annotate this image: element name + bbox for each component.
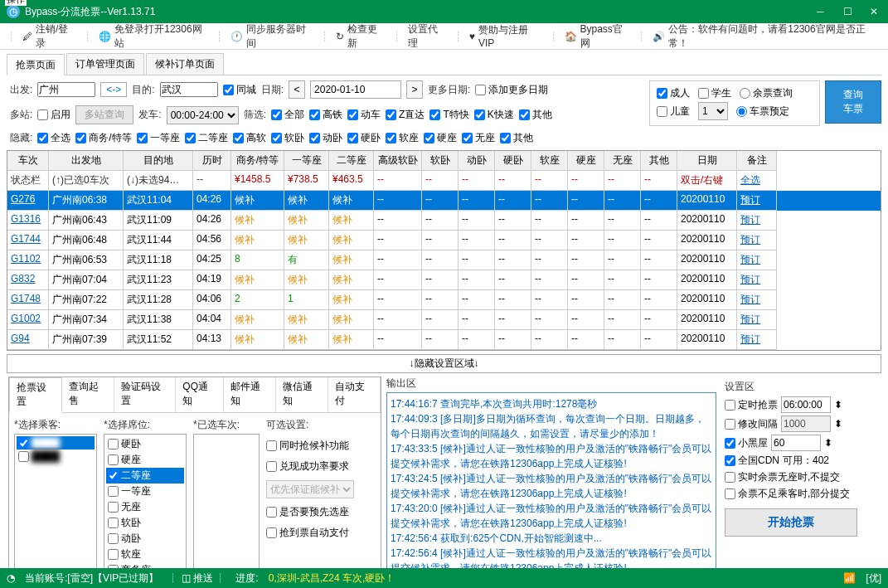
enable-checkbox[interactable]: 启用: [37, 108, 70, 122]
tab-orders[interactable]: 订单管理页面: [66, 53, 144, 75]
seat-item[interactable]: 软卧: [106, 515, 184, 531]
query-tickets-button[interactable]: 查询车票: [825, 80, 881, 124]
seat-item[interactable]: 硬座: [106, 452, 184, 468]
maximize-icon[interactable]: ☐: [843, 6, 855, 17]
selected-trains-list[interactable]: [193, 434, 260, 588]
table-header[interactable]: 硬座: [568, 151, 604, 171]
bottom-tab[interactable]: 验证码设置: [114, 377, 176, 412]
hide-yw[interactable]: 硬卧: [347, 131, 381, 145]
opt-autopay[interactable]: 抢到票自动支付: [266, 526, 354, 540]
time-range-select[interactable]: 00:00-24:00: [167, 106, 239, 124]
table-header[interactable]: 无座: [604, 151, 641, 171]
blackroom-checkbox[interactable]: 小黑屋: [725, 436, 768, 450]
official-button[interactable]: 🏠 Bypass官网: [561, 21, 634, 52]
passenger-item[interactable]: ████: [17, 436, 95, 450]
seat-item[interactable]: 二等座: [106, 468, 184, 484]
blackroom-input[interactable]: [771, 435, 821, 451]
hide-rz[interactable]: 软座: [386, 131, 419, 145]
hide-yz[interactable]: 硬座: [424, 131, 457, 145]
open-12306-button[interactable]: 🌐 免登录打开12306网站: [95, 21, 211, 52]
child-checkbox[interactable]: 儿童: [657, 104, 690, 119]
bottom-tab[interactable]: QQ通知: [176, 377, 224, 412]
bottom-tab[interactable]: 微信通知: [276, 377, 328, 412]
adult-checkbox[interactable]: 成人: [657, 86, 690, 100]
seat-item[interactable]: 软座: [106, 547, 184, 562]
from-input[interactable]: [37, 82, 95, 97]
filter-dongche[interactable]: 动车: [347, 108, 381, 122]
bottom-tab[interactable]: 邮件通知: [224, 377, 276, 412]
table-row[interactable]: G1748广州南07:22武汉11:2804:0621候补-----------…: [7, 290, 881, 310]
table-header[interactable]: 目的地: [124, 151, 193, 171]
table-header[interactable]: 出发地: [49, 151, 124, 171]
passenger-item[interactable]: ████: [17, 450, 95, 463]
date-input[interactable]: [310, 80, 401, 99]
student-checkbox[interactable]: 学生: [698, 86, 731, 100]
table-header[interactable]: 硬卧: [495, 151, 531, 171]
check-update-button[interactable]: ↻ 检查更新: [332, 21, 389, 52]
filter-other[interactable]: 其他: [519, 108, 552, 122]
filter-gaotie[interactable]: 高铁: [309, 108, 342, 122]
cdn-checkbox[interactable]: 全国CDN: [725, 454, 779, 468]
tab-grab[interactable]: 抢票页面: [7, 54, 65, 75]
filter-t[interactable]: T特快: [429, 108, 468, 122]
seat-item[interactable]: 一等座: [106, 484, 184, 499]
push-label[interactable]: 推送: [193, 572, 213, 584]
table-header[interactable]: 日期: [677, 151, 737, 171]
swap-button[interactable]: <->: [100, 82, 127, 97]
table-row[interactable]: G832广州南07:04武汉11:2304:19候补候补候补----------…: [7, 270, 881, 290]
hide-ed[interactable]: 二等座: [185, 131, 228, 145]
opt-cg[interactable]: 兑现成功率要求: [266, 459, 354, 474]
table-header[interactable]: 一等座: [284, 151, 329, 171]
hide-settings-toggle[interactable]: ↓隐藏设置区域↓: [7, 354, 881, 373]
insufficient-checkbox[interactable]: 余票不足乘客时,部分提交: [725, 487, 850, 501]
seat-item[interactable]: 硬卧: [106, 436, 184, 452]
bottom-tab[interactable]: 查询起售: [62, 377, 114, 412]
table-row[interactable]: G276广州南06:38武汉11:0404:26候补候补候补----------…: [7, 191, 881, 211]
passenger-list[interactable]: ████████: [14, 434, 97, 588]
table-header[interactable]: 商务/特等: [231, 151, 284, 171]
seat-list[interactable]: 硬卧硬座二等座一等座无座软卧动卧软座商务座特等座: [104, 434, 187, 588]
filter-all[interactable]: 全部: [271, 108, 304, 122]
table-header[interactable]: 车次: [7, 151, 49, 171]
login-button[interactable]: 🖉 注销/登录: [19, 21, 80, 52]
opt-hb[interactable]: 同时抢候补功能: [266, 439, 354, 453]
table-row[interactable]: G94广州南07:39武汉11:5204:13候补候补候补-----------…: [7, 330, 881, 350]
to-input[interactable]: [160, 82, 218, 97]
table-row[interactable]: G1002广州南07:34武汉11:3804:04候补候补候补---------…: [7, 310, 881, 330]
multi-query-button[interactable]: 多站查询: [75, 105, 133, 124]
hide-qt[interactable]: 其他: [500, 131, 533, 145]
hide-dw[interactable]: 动卧: [309, 131, 342, 145]
vip-button[interactable]: ♥ 赞助与注册VIP: [466, 22, 546, 51]
interval-checkbox[interactable]: 修改间隔: [725, 417, 778, 431]
realtime-checkbox[interactable]: 实时余票无座时,不提交: [725, 470, 840, 484]
proxy-button[interactable]: 设置代理: [405, 21, 450, 52]
table-row[interactable]: G1316广州南06:43武汉11:0904:26候补候补候补---------…: [7, 211, 881, 231]
remain-radio[interactable]: 余票查询: [740, 86, 793, 100]
minimize-icon[interactable]: ─: [817, 6, 828, 17]
hide-rw[interactable]: 软卧: [271, 131, 304, 145]
hide-all[interactable]: 全选: [37, 131, 70, 145]
book-radio[interactable]: 车票预定: [736, 104, 789, 119]
date-prev-button[interactable]: <: [289, 80, 305, 99]
priority-select[interactable]: 优先保证能候补: [266, 480, 354, 498]
start-grab-button[interactable]: 开始抢票: [725, 508, 857, 537]
date-next-button[interactable]: >: [406, 80, 423, 99]
hide-sw[interactable]: 商务/特等: [75, 131, 131, 145]
timer-checkbox[interactable]: 定时抢票: [725, 398, 778, 412]
table-row[interactable]: G1744广州南06:48武汉11:4404:56候补候补候补---------…: [7, 231, 881, 250]
filter-k[interactable]: K快速: [474, 108, 514, 122]
timer-input[interactable]: [781, 396, 831, 413]
table-header[interactable]: 二等座: [329, 151, 374, 171]
more-date-checkbox[interactable]: 添加更多日期: [475, 83, 548, 97]
sync-time-button[interactable]: 🕐 同步服务器时间: [227, 21, 317, 52]
opt-preselect[interactable]: 是否要预先选座: [266, 505, 354, 519]
bottom-tab[interactable]: 抢票设置: [9, 377, 62, 413]
table-header[interactable]: 其他: [641, 151, 677, 171]
seat-item[interactable]: 动卧: [106, 531, 184, 547]
bottom-tab[interactable]: 自动支付: [328, 377, 381, 412]
hide-yd[interactable]: 一等座: [137, 131, 180, 145]
table-header[interactable]: 历时: [193, 151, 231, 171]
seat-item[interactable]: 无座: [106, 499, 184, 515]
table-row[interactable]: G1102广州南06:53武汉11:1804:258有候补-----------…: [7, 250, 881, 270]
interval-input[interactable]: [781, 415, 831, 432]
